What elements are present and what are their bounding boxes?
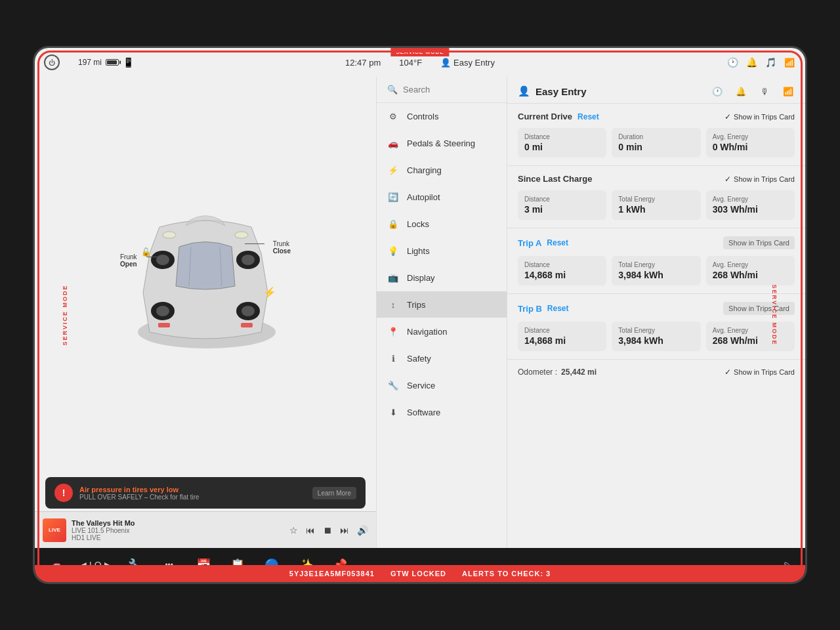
trunk-line — [245, 243, 264, 244]
trip-a-section: Trip A Reset Show in Trips Card Distance… — [507, 228, 805, 294]
display-icon: 📺 — [387, 272, 399, 284]
alerts-status: ALERTS TO CHECK: 3 — [462, 570, 551, 578]
trip-a-title-container: Trip A Reset — [518, 238, 568, 248]
ta-stat-avg-energy: Avg. Energy 268 Wh/mi — [706, 256, 795, 285]
menu-item-locks[interactable]: 🔒 Locks — [377, 211, 507, 238]
service-mode-badge: SERVICE MODE — [390, 48, 449, 56]
pedals-label: Pedals & Steering — [407, 138, 475, 148]
odometer-row: Odometer : 25,442 mi ✓ Show in Trips Car… — [507, 360, 805, 385]
odometer-info: Odometer : 25,442 mi — [518, 368, 597, 377]
alert-title: Air pressure in tires very low — [79, 486, 306, 494]
tb-stat-total-energy: Total Energy 3,984 kWh — [612, 322, 700, 351]
slc-stat-total-energy: Total Energy 1 kWh — [612, 190, 700, 220]
trip-a-header: Trip A Reset Show in Trips Card — [518, 236, 795, 249]
right-title: 👤 Easy Entry — [518, 85, 587, 97]
frunk-label: Frunk Open — [120, 253, 137, 268]
menu-item-navigation[interactable]: 📍 Navigation — [377, 318, 507, 345]
lights-icon: 💡 — [387, 245, 399, 257]
audio-button[interactable]: 🔊 — [357, 525, 368, 536]
service-icon: 🔧 — [387, 379, 399, 391]
svg-point-3 — [163, 232, 176, 238]
stop-button[interactable]: ⏹ — [323, 525, 332, 536]
svg-point-12 — [156, 306, 169, 316]
menu-item-lights[interactable]: 💡 Lights — [377, 238, 507, 264]
lights-label: Lights — [407, 246, 430, 256]
battery-level: 197 mi — [78, 58, 102, 67]
music-thumbnail: LIVE — [43, 518, 66, 542]
ta-stat-distance: Distance 14,868 mi — [518, 256, 606, 285]
stat-distance: Distance 0 mi — [518, 128, 606, 158]
trip-b-show-trips-button[interactable]: Show in Trips Card — [723, 302, 795, 315]
mic-header-icon: 🎙 — [758, 85, 771, 98]
prev-button[interactable]: ⏮ — [306, 525, 315, 536]
clock-header-icon: 🕐 — [711, 85, 724, 98]
menu-item-charging[interactable]: ⚡ Charging — [377, 157, 507, 184]
music-station: LIVE 101.5 Phoenix — [72, 527, 284, 534]
menu-item-safety[interactable]: ℹ Safety — [377, 345, 507, 372]
bluetooth-icon: 🎵 — [765, 57, 776, 68]
search-input[interactable] — [403, 85, 496, 94]
slc-stat-avg-energy: Avg. Energy 303 Wh/mi — [706, 190, 795, 220]
checkmark-icon: ✓ — [724, 112, 731, 121]
trip-b-header: Trip B Reset Show in Trips Card — [518, 302, 795, 315]
since-last-charge-header: Since Last Charge ✓ Show in Trips Card — [518, 174, 795, 184]
svg-rect-6 — [241, 323, 253, 327]
service-label-right: SERVICE MODE — [772, 285, 778, 346]
clock-icon: 🕐 — [727, 57, 738, 68]
search-box: 🔍 — [377, 77, 507, 103]
stat-avg-energy: Avg. Energy 0 Wh/mi — [706, 128, 795, 158]
trip-b-section: Trip B Reset Show in Trips Card Distance… — [507, 294, 805, 360]
trunk-label: Trunk Close — [273, 240, 291, 255]
trip-a-show-trips-button[interactable]: Show in Trips Card — [723, 236, 795, 249]
time-display: 12:47 pm — [345, 58, 381, 68]
menu-item-controls[interactable]: ⚙ Controls — [377, 103, 507, 130]
current-drive-show-trips[interactable]: ✓ Show in Trips Card — [724, 112, 795, 121]
menu-item-display[interactable]: 📺 Display — [377, 264, 507, 291]
since-last-charge-title: Since Last Charge — [518, 174, 592, 184]
trips-icon: ↕ — [387, 299, 399, 310]
safety-label: Safety — [407, 354, 431, 364]
slc-stat-distance: Distance 3 mi — [518, 190, 606, 220]
odometer-value: 25,442 mi — [561, 368, 597, 377]
menu-item-autopilot[interactable]: 🔄 Autopilot — [377, 184, 507, 211]
bell-header-icon: 🔔 — [734, 85, 747, 98]
favorite-button[interactable]: ☆ — [289, 525, 298, 536]
menu-item-trips[interactable]: ↕ Trips — [377, 291, 507, 318]
controls-label: Controls — [407, 112, 438, 121]
service-label: Service — [407, 381, 435, 390]
trip-a-reset[interactable]: Reset — [547, 238, 568, 247]
menu-item-service[interactable]: 🔧 Service — [377, 372, 507, 399]
battery-status: 197 mi 📱 — [78, 57, 134, 68]
since-last-charge-show-trips[interactable]: ✓ Show in Trips Card — [724, 175, 795, 184]
music-controls: ☆ ⏮ ⏹ ⏭ 🔊 — [289, 525, 368, 536]
signal-icon: 📶 — [784, 58, 795, 68]
menu-panel: 🔍 ⚙ Controls 🚗 Pedals & Steering ⚡ Charg… — [376, 77, 507, 548]
main-content: Frunk Open Trunk Close — [35, 77, 805, 548]
learn-more-button[interactable]: Learn More — [312, 487, 356, 499]
alert-text: Air pressure in tires very low PULL OVER… — [79, 486, 306, 501]
menu-item-pedals[interactable]: 🚗 Pedals & Steering — [377, 130, 507, 157]
profile-item: 👤 Easy Entry — [440, 58, 495, 68]
next-button[interactable]: ⏭ — [340, 525, 349, 536]
autopilot-icon: 🔄 — [387, 191, 399, 203]
vin-number: 5YJ3E1EA5MF053841 — [289, 570, 375, 578]
left-panel: Frunk Open Trunk Close — [35, 77, 376, 548]
locks-icon: 🔒 — [387, 218, 399, 230]
menu-item-software[interactable]: ⬇ Software — [377, 399, 507, 426]
charging-label: Charging — [407, 165, 442, 175]
charging-icon: ⚡ — [387, 164, 399, 176]
since-last-charge-stats: Distance 3 mi Total Energy 1 kWh Avg. En… — [518, 190, 795, 220]
temperature-display: 104°F — [399, 58, 422, 68]
since-last-charge-section: Since Last Charge ✓ Show in Trips Card D… — [507, 166, 805, 228]
power-button[interactable]: ⏻ — [44, 54, 60, 70]
trip-b-reset[interactable]: Reset — [547, 304, 569, 313]
music-player: LIVE The Valleys Hit Mo LIVE 101.5 Phoen… — [35, 511, 376, 548]
odometer-show-trips[interactable]: ✓ Show in Trips Card — [724, 368, 795, 377]
trip-b-title-container: Trip B Reset — [518, 304, 569, 314]
status-bar-center: 12:47 pm 104°F 👤 Easy Entry — [345, 58, 495, 68]
current-drive-reset[interactable]: Reset — [578, 112, 599, 121]
trip-a-stats: Distance 14,868 mi Total Energy 3,984 kW… — [518, 256, 795, 285]
music-label: HD1 LIVE — [72, 534, 284, 541]
svg-point-10 — [242, 255, 255, 265]
car-illustration: Frunk Open Trunk Close — [94, 201, 317, 371]
